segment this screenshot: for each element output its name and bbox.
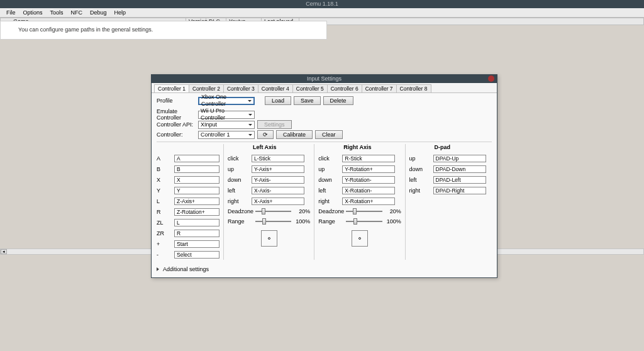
controller-select[interactable]: Controller 1 xyxy=(198,131,255,139)
ra-down-label: down xyxy=(318,177,340,183)
tab-controller-3[interactable]: Controller 3 xyxy=(223,84,258,92)
btn-a-label: A xyxy=(157,155,172,162)
ra-deadzone-value: 20% xyxy=(385,208,401,214)
menu-file[interactable]: File xyxy=(3,9,19,16)
la-left-field[interactable]: X-Axis- xyxy=(252,187,304,194)
chevron-down-icon xyxy=(248,100,252,102)
tab-controller-6[interactable]: Controller 6 xyxy=(327,84,362,92)
btn-x-field[interactable]: X xyxy=(174,176,219,184)
la-down-field[interactable]: Y-Axis- xyxy=(252,176,304,184)
ra-down-field[interactable]: Y-Rotation- xyxy=(342,176,395,184)
la-up-field[interactable]: Y-Axis+ xyxy=(252,165,304,173)
api-label: Controller API: xyxy=(157,121,196,128)
ra-up-field[interactable]: Y-Rotation+ xyxy=(342,165,395,173)
ra-deadzone-slider[interactable] xyxy=(346,208,382,214)
dpad-title: D-pad xyxy=(409,144,492,153)
la-right-field[interactable]: X-Axis+ xyxy=(252,198,304,205)
calibrate-button[interactable]: Calibrate xyxy=(276,130,313,139)
tab-controller-2[interactable]: Controller 2 xyxy=(189,84,224,92)
right-stick-visual xyxy=(352,230,368,247)
left-axis-column: Left Axis clickL-Stick upY-Axis+ downY-A… xyxy=(228,144,310,260)
save-button[interactable]: Save xyxy=(294,96,321,105)
chevron-down-icon xyxy=(248,134,252,136)
la-click-field[interactable]: L-Stick xyxy=(252,155,304,162)
emulate-select[interactable]: Wii U Pro Controller xyxy=(198,111,255,119)
la-click-label: click xyxy=(228,155,249,162)
main-title: Cemu 1.18.1 xyxy=(0,0,644,8)
menu-options[interactable]: Options xyxy=(19,9,47,16)
left-axis-title: Left Axis xyxy=(228,144,310,153)
ra-range-value: 100% xyxy=(385,218,401,225)
la-deadzone-slider[interactable] xyxy=(255,208,291,214)
profile-select[interactable]: Xbox One Controller xyxy=(198,97,255,105)
profile-label: Profile xyxy=(157,98,196,104)
dp-right-field[interactable]: DPAD-Right xyxy=(433,187,486,194)
menu-tools[interactable]: Tools xyxy=(47,9,67,16)
ra-left-label: left xyxy=(318,187,340,194)
dp-left-field[interactable]: DPAD-Left xyxy=(433,176,486,184)
settings-button: Settings xyxy=(257,120,292,129)
load-button[interactable]: Load xyxy=(265,96,291,105)
la-down-label: down xyxy=(228,177,249,183)
tab-controller-1[interactable]: Controller 1 xyxy=(154,84,189,92)
left-stick-visual xyxy=(261,230,277,247)
ra-left-field[interactable]: X-Rotation- xyxy=(342,187,395,194)
api-select[interactable]: XInput xyxy=(198,121,255,129)
refresh-button[interactable]: ⟳ xyxy=(257,130,274,139)
ra-range-label: Range xyxy=(318,218,343,225)
menu-debug[interactable]: Debug xyxy=(86,9,111,16)
btn-y-field[interactable]: Y xyxy=(174,187,219,194)
ra-deadzone-label: Deadzone xyxy=(318,208,343,214)
btn-a-field[interactable]: A xyxy=(174,155,219,162)
ra-range-slider[interactable] xyxy=(346,218,382,225)
btn-b-field[interactable]: B xyxy=(174,165,219,173)
tab-controller-8[interactable]: Controller 8 xyxy=(396,84,431,92)
la-right-label: right xyxy=(228,198,249,204)
dp-up-field[interactable]: DPAD-Up xyxy=(433,155,486,162)
btn-plus-field[interactable]: Start xyxy=(174,240,219,248)
clear-button[interactable]: Clear xyxy=(315,130,343,139)
dp-right-label: right xyxy=(409,187,431,194)
refresh-icon: ⟳ xyxy=(263,131,268,138)
dp-left-label: left xyxy=(409,177,431,183)
ra-right-field[interactable]: X-Rotation+ xyxy=(342,198,395,205)
la-range-value: 100% xyxy=(294,218,310,225)
emulate-label: Emulate Controller xyxy=(157,108,196,121)
controller-tabs: Controller 1 Controller 2 Controller 3 C… xyxy=(152,83,497,92)
scroll-left-icon[interactable]: ◂ xyxy=(1,249,7,254)
dialog-title-text: Input Settings xyxy=(307,75,341,82)
tab-controller-4[interactable]: Controller 4 xyxy=(258,84,293,92)
delete-button[interactable]: Delete xyxy=(323,96,353,105)
dp-down-field[interactable]: DPAD-Down xyxy=(433,165,486,173)
btn-r-label: R xyxy=(157,209,172,215)
dp-up-label: up xyxy=(409,155,431,162)
additional-settings-expander[interactable]: Additional settings xyxy=(157,260,492,275)
btn-minus-field[interactable]: Select xyxy=(174,251,219,259)
btn-y-label: Y xyxy=(157,187,172,194)
ra-click-field[interactable]: R-Stick xyxy=(342,155,395,162)
controller-label: Controller: xyxy=(157,131,196,138)
menubar: File Options Tools NFC Debug Help xyxy=(0,8,644,18)
hint-text: You can configure game paths in the gene… xyxy=(18,26,153,33)
btn-r-field[interactable]: Z-Rotation+ xyxy=(174,208,219,216)
btn-plus-label: + xyxy=(157,241,172,247)
la-range-slider[interactable] xyxy=(255,218,291,225)
la-deadzone-value: 20% xyxy=(294,208,310,214)
triangle-right-icon xyxy=(157,267,159,271)
close-icon[interactable] xyxy=(488,75,494,82)
btn-zl-label: ZL xyxy=(157,220,172,226)
ra-up-label: up xyxy=(318,166,340,172)
ra-right-label: right xyxy=(318,198,340,204)
btn-x-label: X xyxy=(157,177,172,183)
btn-zr-field[interactable]: R xyxy=(174,230,219,237)
btn-l-field[interactable]: Z-Axis+ xyxy=(174,198,219,205)
tab-controller-7[interactable]: Controller 7 xyxy=(362,84,397,92)
ra-click-label: click xyxy=(318,155,340,162)
btn-zl-field[interactable]: L xyxy=(174,219,219,226)
menu-nfc[interactable]: NFC xyxy=(67,9,87,16)
right-axis-title: Right Axis xyxy=(318,144,401,153)
dpad-column: D-pad upDPAD-Up downDPAD-Down leftDPAD-L… xyxy=(409,144,492,260)
btn-zr-label: ZR xyxy=(157,230,172,237)
menu-help[interactable]: Help xyxy=(111,9,130,16)
tab-controller-5[interactable]: Controller 5 xyxy=(292,84,328,92)
